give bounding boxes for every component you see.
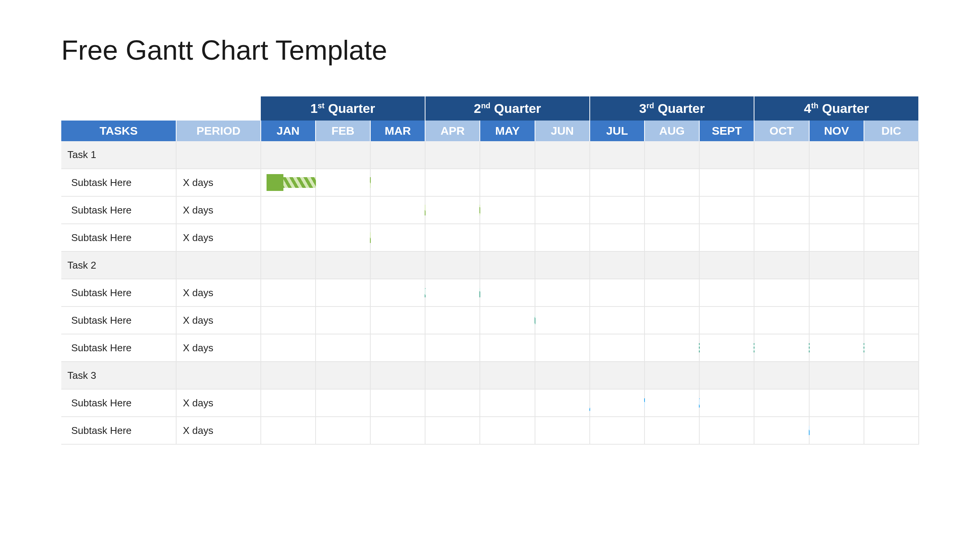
- period-cell: X days: [176, 417, 260, 444]
- timeline-cell: [535, 306, 590, 334]
- task-label: Subtask Here: [61, 334, 176, 362]
- timeline-cell: [316, 306, 370, 334]
- timeline-cell: [590, 196, 645, 224]
- timeline-cell: [864, 389, 919, 417]
- timeline-cell: [864, 279, 919, 306]
- month-header: MAR: [370, 121, 425, 141]
- timeline-cell: [261, 334, 316, 362]
- timeline-cell: [370, 196, 425, 224]
- table-row: Subtask HereX days: [61, 334, 919, 362]
- month-header: JAN: [261, 121, 316, 141]
- period-cell: X days: [176, 389, 260, 417]
- table-row: Task 1: [61, 141, 919, 169]
- timeline-cell: [645, 417, 699, 444]
- tasks-column-header: TASKS: [61, 121, 176, 141]
- timeline-cell: [699, 196, 754, 224]
- timeline-cell: [754, 389, 809, 417]
- timeline-cell: [699, 362, 754, 389]
- timeline-cell: [316, 362, 370, 389]
- period-cell: X days: [176, 334, 260, 362]
- timeline-cell: [645, 306, 699, 334]
- period-column-header: PERIOD: [176, 121, 260, 141]
- timeline-cell: [480, 362, 535, 389]
- timeline-cell: [261, 224, 316, 251]
- timeline-cell: [754, 196, 809, 224]
- month-header-row: TASKS PERIOD JAN FEB MAR APR MAY JUN JUL…: [61, 121, 919, 141]
- timeline-cell: [590, 224, 645, 251]
- period-cell: [176, 141, 260, 169]
- timeline-cell: [754, 169, 809, 196]
- timeline-cell: [864, 362, 919, 389]
- timeline-cell: [645, 251, 699, 279]
- period-cell: X days: [176, 306, 260, 334]
- timeline-cell: [809, 141, 864, 169]
- timeline-cell: [699, 251, 754, 279]
- timeline-cell: [864, 334, 919, 362]
- timeline-cell: [316, 251, 370, 279]
- table-row: Subtask HereX days: [61, 389, 919, 417]
- timeline-cell: [699, 417, 754, 444]
- quarter-header: 3rd Quarter: [590, 96, 754, 121]
- timeline-cell: [535, 196, 590, 224]
- timeline-cell: [754, 141, 809, 169]
- period-cell: X days: [176, 169, 260, 196]
- timeline-cell: [809, 169, 864, 196]
- task-label: Subtask Here: [61, 279, 176, 306]
- timeline-cell: [754, 334, 809, 362]
- timeline-cell: [590, 141, 645, 169]
- timeline-cell: [370, 224, 425, 251]
- timeline-cell: [590, 279, 645, 306]
- timeline-cell: [261, 389, 316, 417]
- timeline-cell: [480, 169, 535, 196]
- task-label: Subtask Here: [61, 224, 176, 251]
- quarter-header: 2nd Quarter: [425, 96, 590, 121]
- timeline-cell: [370, 251, 425, 279]
- timeline-cell: [645, 362, 699, 389]
- timeline-cell: [370, 279, 425, 306]
- timeline-cell: [370, 362, 425, 389]
- page-title: Free Gantt Chart Template: [61, 34, 919, 66]
- timeline-cell: [370, 141, 425, 169]
- quarter-header: 1st Quarter: [261, 96, 425, 121]
- month-header: FEB: [316, 121, 370, 141]
- quarter-header: 4th Quarter: [754, 96, 919, 121]
- timeline-cell: [425, 196, 480, 224]
- timeline-cell: [809, 389, 864, 417]
- timeline-cell: [809, 334, 864, 362]
- period-cell: [176, 251, 260, 279]
- timeline-cell: [645, 169, 699, 196]
- timeline-cell: [809, 417, 864, 444]
- month-header: JUN: [535, 121, 590, 141]
- month-header: MAY: [480, 121, 535, 141]
- table-row: Task 2: [61, 251, 919, 279]
- timeline-cell: [864, 251, 919, 279]
- timeline-cell: [261, 417, 316, 444]
- timeline-cell: [480, 334, 535, 362]
- task-label: Subtask Here: [61, 417, 176, 444]
- timeline-cell: [535, 334, 590, 362]
- timeline-cell: [261, 251, 316, 279]
- timeline-cell: [754, 417, 809, 444]
- timeline-cell: [809, 279, 864, 306]
- timeline-cell: [699, 224, 754, 251]
- timeline-cell: [645, 334, 699, 362]
- timeline-cell: [370, 417, 425, 444]
- timeline-cell: [809, 306, 864, 334]
- timeline-cell: [425, 141, 480, 169]
- timeline-cell: [425, 306, 480, 334]
- timeline-cell: [316, 224, 370, 251]
- timeline-cell: [809, 362, 864, 389]
- timeline-cell: [699, 169, 754, 196]
- period-cell: X days: [176, 196, 260, 224]
- timeline-cell: [590, 389, 645, 417]
- task-label: Task 3: [61, 362, 176, 389]
- task-label: Subtask Here: [61, 196, 176, 224]
- table-row: Task 3: [61, 362, 919, 389]
- timeline-cell: [480, 141, 535, 169]
- timeline-cell: [590, 417, 645, 444]
- timeline-cell: [316, 389, 370, 417]
- timeline-cell: [316, 417, 370, 444]
- timeline-cell: [261, 141, 316, 169]
- timeline-cell: [425, 417, 480, 444]
- timeline-cell: [425, 389, 480, 417]
